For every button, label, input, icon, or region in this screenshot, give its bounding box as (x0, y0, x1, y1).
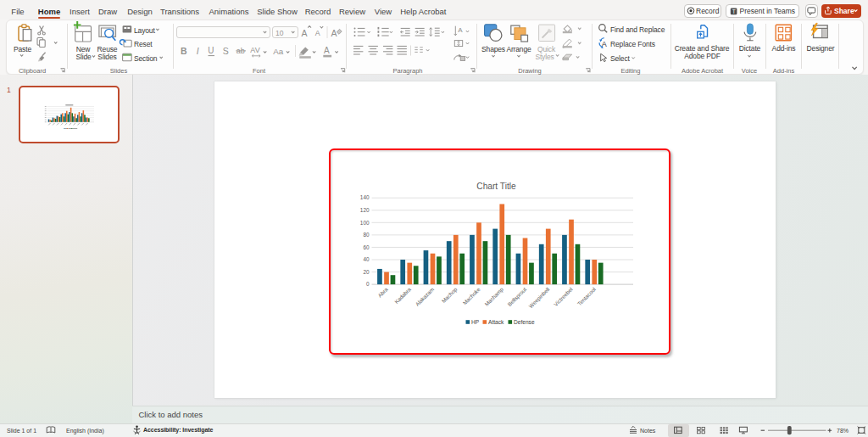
svg-text:A: A (302, 28, 308, 38)
svg-text:S: S (223, 46, 229, 56)
svg-text:Aa: Aa (273, 47, 284, 56)
svg-text:AV: AV (250, 46, 259, 54)
svg-text:A: A (458, 26, 463, 34)
svg-text:A: A (331, 28, 337, 38)
svg-text:A: A (324, 46, 330, 55)
svg-text:T: T (732, 8, 736, 14)
svg-text:I: I (197, 46, 199, 56)
svg-text:B: B (181, 46, 187, 56)
svg-text:A: A (315, 29, 320, 37)
svg-text:U: U (208, 46, 214, 55)
